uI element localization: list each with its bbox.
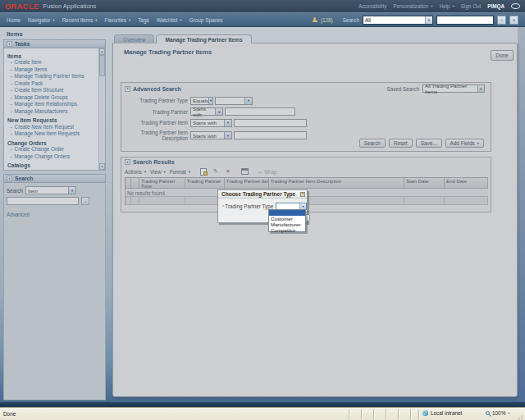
option-customer[interactable]: Customer	[269, 216, 305, 221]
advanced-search-icon[interactable]: »	[509, 16, 518, 25]
chevron-down-icon: ▾	[431, 4, 432, 8]
dialog-title: Choose Trading Partner Type	[221, 191, 295, 197]
browser-viewport: ORACLE Fusion Applications Accessibility…	[0, 0, 525, 420]
global-search-area: (128) Search All▼ → »	[313, 16, 518, 25]
security-zone: Local intranet	[422, 410, 462, 416]
option-blank[interactable]	[269, 210, 305, 216]
browser-status-bar: Done Local intranet 100% ▾	[0, 407, 525, 420]
globe-icon	[422, 410, 428, 416]
menu-group-spaces[interactable]: Group Spaces	[189, 17, 223, 23]
brand-links: Accessibility Personalization▾ Help▾ Sig…	[358, 3, 520, 9]
brand-bar: ORACLE Fusion Applications Accessibility…	[0, 0, 525, 12]
required-marker: *	[222, 204, 224, 209]
global-search-label: Search	[343, 17, 359, 23]
menu-navigator[interactable]: Navigator▾	[28, 17, 55, 23]
status-text: Done	[3, 411, 16, 417]
chevron-down-icon: ▾	[129, 18, 130, 22]
trading-partner-type-options: Customer Manufacturer Competitor	[268, 209, 306, 232]
notifications-icon[interactable]	[313, 17, 317, 23]
product-name: Fusion Applications	[43, 2, 97, 10]
menu-recent-items[interactable]: Recent Items▾	[62, 17, 98, 23]
chevron-down-icon: ▾	[95, 18, 97, 22]
menu-tags[interactable]: Tags	[138, 17, 149, 23]
search-go-button[interactable]: →	[497, 16, 506, 25]
option-competitor[interactable]: Competitor	[269, 227, 305, 233]
sign-out-link[interactable]: Sign Out	[461, 3, 482, 9]
menu-home[interactable]: Home	[7, 17, 21, 23]
zoom-control[interactable]: 100% ▾	[486, 410, 509, 416]
chevron-down-icon[interactable]: ▼	[425, 16, 432, 24]
search-scope-select[interactable]: All▼	[363, 16, 433, 25]
notification-count[interactable]: (128)	[321, 17, 333, 23]
close-icon[interactable]: ✕	[300, 192, 305, 197]
menu-favorites[interactable]: Favorites▾	[105, 17, 131, 23]
user-name: PIMQA	[487, 3, 504, 9]
oracle-logo: ORACLE	[5, 2, 39, 11]
dialog-field-label: Trading Partner Type	[225, 203, 273, 209]
personalization-menu[interactable]: Personalization▾	[393, 3, 432, 9]
resize-grip	[521, 415, 523, 417]
global-menu-bar: Home Navigator▾ Recent Items▾ Favorites▾…	[0, 12, 525, 27]
chat-icon[interactable]	[511, 3, 520, 9]
dialog-title-bar: Choose Trading Partner Type ✕	[218, 190, 307, 199]
chevron-down-icon: ▾	[180, 18, 181, 22]
global-search-input[interactable]	[436, 16, 494, 25]
magnifier-icon	[486, 411, 490, 415]
option-manufacturer[interactable]: Manufacturer	[269, 221, 305, 227]
chevron-down-icon: ▾	[52, 18, 54, 22]
chevron-down-icon[interactable]: ▼	[299, 203, 306, 209]
help-menu[interactable]: Help▾	[440, 3, 454, 9]
chevron-down-icon: ▾	[508, 411, 509, 415]
chevron-down-icon: ▾	[453, 4, 454, 8]
menu-watchlist[interactable]: Watchlist▾	[157, 17, 182, 23]
accessibility-link[interactable]: Accessibility	[358, 3, 386, 9]
